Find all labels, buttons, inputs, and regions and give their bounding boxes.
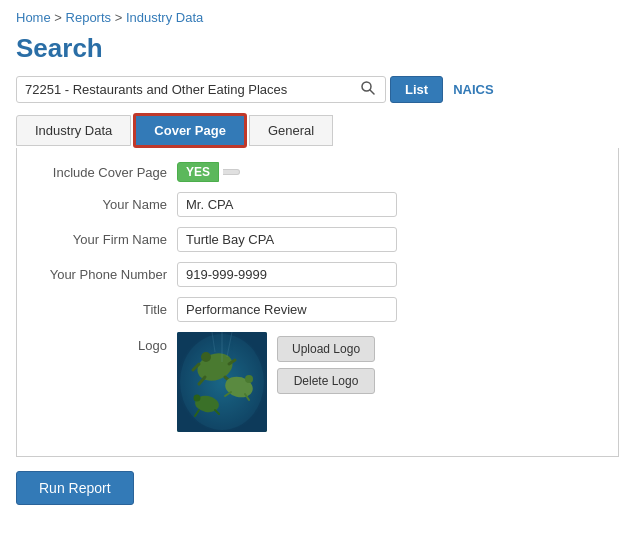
breadcrumb-sep2: >: [115, 10, 126, 25]
naics-button[interactable]: NAICS: [447, 77, 499, 102]
delete-logo-button[interactable]: Delete Logo: [277, 368, 375, 394]
breadcrumb-reports[interactable]: Reports: [66, 10, 112, 25]
search-input-wrapper: [16, 76, 386, 103]
svg-line-1: [370, 90, 374, 94]
logo-label: Logo: [17, 332, 177, 353]
svg-point-15: [194, 395, 201, 402]
logo-row: Logo: [17, 332, 598, 432]
your-phone-label: Your Phone Number: [17, 267, 177, 282]
title-label: Title: [17, 302, 177, 317]
title-row: Title: [17, 297, 598, 322]
search-bar-row: List NAICS: [16, 76, 619, 103]
your-phone-row: Your Phone Number: [17, 262, 598, 287]
breadcrumb-home[interactable]: Home: [16, 10, 51, 25]
page-title: Search: [16, 33, 619, 64]
include-cover-page-row: Include Cover Page YES: [17, 162, 598, 182]
toggle-yes[interactable]: YES: [177, 162, 219, 182]
your-firm-row: Your Firm Name: [17, 227, 598, 252]
tab-general[interactable]: General: [249, 115, 333, 146]
your-phone-input[interactable]: [177, 262, 397, 287]
search-icon-button[interactable]: [359, 81, 377, 98]
turtle-illustration: [177, 332, 267, 432]
your-firm-input[interactable]: [177, 227, 397, 252]
your-name-input[interactable]: [177, 192, 397, 217]
cover-page-toggle[interactable]: YES: [177, 162, 240, 182]
include-cover-page-label: Include Cover Page: [17, 165, 177, 180]
run-report-row: Run Report: [16, 471, 619, 505]
title-input[interactable]: [177, 297, 397, 322]
toggle-no[interactable]: [223, 169, 240, 175]
your-name-label: Your Name: [17, 197, 177, 212]
svg-point-11: [245, 375, 253, 383]
form-panel: Include Cover Page YES Your Name Your Fi…: [16, 148, 619, 457]
breadcrumb: Home > Reports > Industry Data: [16, 10, 619, 25]
your-name-row: Your Name: [17, 192, 598, 217]
search-icon: [361, 81, 375, 95]
your-firm-label: Your Firm Name: [17, 232, 177, 247]
logo-buttons: Upload Logo Delete Logo: [277, 332, 375, 394]
logo-image: [177, 332, 267, 432]
list-button[interactable]: List: [390, 76, 443, 103]
upload-logo-button[interactable]: Upload Logo: [277, 336, 375, 362]
logo-content: Upload Logo Delete Logo: [177, 332, 375, 432]
tab-industry-data[interactable]: Industry Data: [16, 115, 131, 146]
tab-cover-page[interactable]: Cover Page: [133, 113, 247, 148]
svg-point-5: [201, 352, 211, 362]
run-report-button[interactable]: Run Report: [16, 471, 134, 505]
tabs-row: Industry Data Cover Page General: [16, 113, 619, 148]
breadcrumb-sep1: >: [54, 10, 65, 25]
search-input[interactable]: [25, 82, 359, 97]
breadcrumb-industry-data[interactable]: Industry Data: [126, 10, 203, 25]
